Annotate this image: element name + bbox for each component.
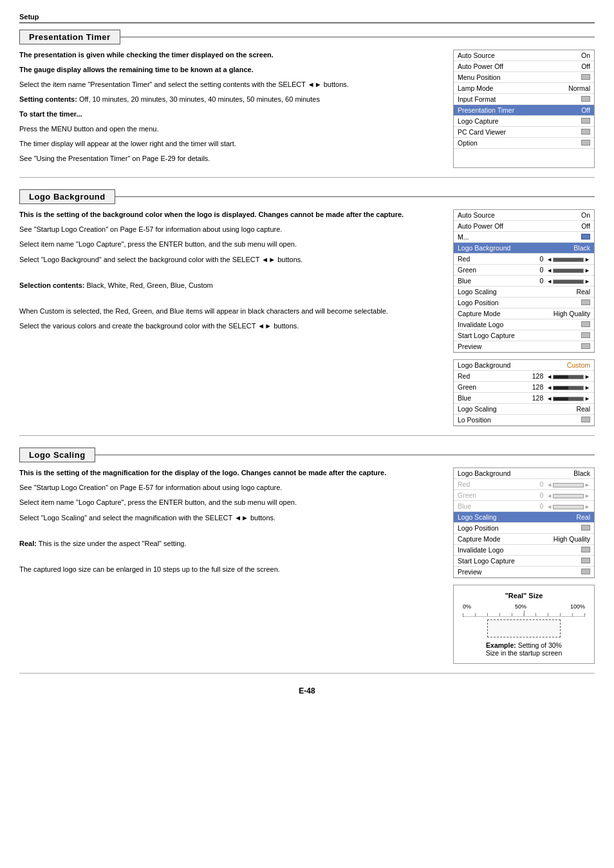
diagram-title: "Real" Size — [463, 592, 585, 599]
lb-para5: When Custom is selected, the Red, Green,… — [19, 306, 442, 317]
menu-row-value: Black — [528, 243, 594, 254]
section-title-bar-1: Presentation Timer — [19, 30, 595, 44]
menu-row-value — [550, 127, 594, 138]
diagram-caption-bold: Example: — [486, 641, 516, 649]
lb-para3: Select item name "Logo Capture", press t… — [19, 239, 442, 250]
menu-row-label: Lo Position — [454, 415, 521, 426]
menu-row-value: 0 ◄► — [528, 265, 594, 276]
ruler-label-50: 50% — [515, 603, 526, 610]
ruler-labels: 0% 50% 100% — [463, 603, 585, 610]
logo-scaling-title: Logo Scaling — [19, 448, 95, 462]
menu-row-value — [528, 567, 594, 578]
menu-row-value: Real — [528, 287, 594, 297]
menu-row-value: On — [550, 50, 594, 61]
logo-scaling-content: This is the setting of the magnification… — [19, 467, 595, 664]
pt-setting-value: Off, 10 minutes, 20 minutes, 30 minutes,… — [79, 95, 320, 103]
menu-row-label: Blue — [454, 276, 528, 287]
diagram-caption2: Size in the startup screen — [486, 649, 562, 657]
logo-background-section: Logo Background This is the setting of t… — [19, 189, 595, 436]
lb-para6: Select the various colors and create the… — [19, 321, 442, 332]
page-number: E-48 — [299, 686, 315, 695]
menu-row-label: Menu Position — [454, 72, 550, 83]
menu-row-label: Auto Power Off — [454, 61, 550, 72]
section-title-line-2 — [115, 196, 595, 197]
ls-para5: The captured logo size can be enlarged i… — [19, 564, 442, 575]
diagram-caption: Example: Setting of 30% Size in the star… — [463, 641, 585, 657]
menu-row-label: Invalidate Logo — [454, 319, 528, 330]
ruler-label-100: 100% — [570, 603, 585, 610]
menu-row-value: On — [528, 210, 594, 221]
menu-row-value — [528, 319, 594, 330]
section-title-bar-3: Logo Scaling — [19, 448, 595, 462]
lb-para4: Select "Logo Background" and select the … — [19, 254, 442, 265]
logo-background-title: Logo Background — [19, 189, 115, 204]
pt-para3: Select the item name "Presentation Timer… — [19, 79, 442, 90]
menu-row-label: Logo Background — [454, 243, 528, 254]
section-title-bar-2: Logo Background — [19, 189, 595, 204]
lb-sel-value: Black, White, Red, Green, Blue, Custom — [87, 281, 213, 289]
ls-real-desc: This is the size under the aspect "Real"… — [39, 540, 187, 547]
ls-para3: Select item name "Logo Capture", press t… — [19, 497, 442, 508]
menu-row-value: Real — [528, 512, 594, 523]
menu-row-value — [521, 415, 594, 426]
menu-row-value: Normal — [550, 83, 594, 94]
menu-row-label: Blue — [454, 393, 521, 404]
menu-row-value — [528, 232, 594, 243]
menu-row-label: Logo Position — [454, 297, 528, 308]
logo-background-menus: Auto SourceOnAuto Power OffOffM...Logo B… — [453, 209, 595, 426]
menu-row-label: Presentation Timer — [454, 105, 550, 116]
menu-row-value: 128 ◄► — [521, 371, 594, 382]
real-size-box — [487, 619, 561, 637]
page-footer: E-48 — [19, 686, 595, 695]
menu-row-value: 0 ◄► — [528, 276, 594, 287]
menu-row-label: Red — [454, 479, 528, 490]
menu-row-label: Green — [454, 382, 521, 393]
ruler-area: 0% 50% 100% | | | | | — [463, 603, 585, 637]
presentation-timer-text: The presentation is given while checking… — [19, 50, 442, 168]
menu-row-label: Logo Scaling — [454, 404, 521, 415]
menu-row-label: Logo Scaling — [454, 287, 528, 297]
pt-step2: The timer display will appear at the low… — [19, 138, 442, 149]
pt-to-start: To start the timer... — [19, 110, 82, 118]
pt-setting-label: Setting contents: — [19, 95, 77, 103]
menu-row-label: Logo Capture — [454, 116, 550, 127]
presentation-timer-title: Presentation Timer — [19, 30, 120, 44]
menu-row-value — [528, 297, 594, 308]
logo-background-menu2: Logo BackgroundCustomRed128 ◄►Green128 ◄… — [453, 359, 595, 426]
logo-scaling-menu: Logo BackgroundBlackRed0 ◄►Green0 ◄►Blue… — [453, 467, 595, 578]
menu-row-value: 128 ◄► — [521, 393, 594, 404]
menu-row-label: Start Logo Capture — [454, 330, 528, 341]
menu-row-value: Black — [528, 468, 594, 479]
menu-row-value: Off — [550, 105, 594, 116]
ls-real-label: Real: — [19, 540, 37, 547]
setup-header: Setup — [19, 13, 595, 23]
menu-row-value: 0 ◄► — [528, 479, 594, 490]
logo-background-text: This is the setting of the background co… — [19, 209, 442, 426]
menu-row-value — [550, 72, 594, 83]
menu-row-value: 128 ◄► — [521, 382, 594, 393]
pt-para1: The presentation is given while checking… — [19, 51, 274, 59]
menu-row-label: Input Format — [454, 94, 550, 105]
presentation-timer-content: The presentation is given while checking… — [19, 50, 595, 168]
menu-row-label: Lamp Mode — [454, 83, 550, 94]
ruler-label-0: 0% — [463, 603, 471, 610]
menu-row-label: Start Logo Capture — [454, 556, 528, 567]
logo-scaling-text: This is the setting of the magnification… — [19, 467, 442, 664]
logo-scaling-section: Logo Scaling This is the setting of the … — [19, 448, 595, 674]
diagram-caption-text: Setting of 30% — [516, 641, 562, 649]
menu-row-label: Logo Background — [454, 468, 528, 479]
pt-step3: See "Using the Presentation Timer" on Pa… — [19, 153, 442, 164]
menu-row-value — [528, 545, 594, 556]
menu-row-value: Off — [528, 221, 594, 232]
menu-row-value — [550, 94, 594, 105]
menu-row-label: Capture Mode — [454, 534, 528, 545]
lb-sel-label: Selection contents: — [19, 281, 84, 289]
menu-row-value: High Quality — [528, 534, 594, 545]
real-size-diagram: "Real" Size 0% 50% 100% | | — [453, 585, 595, 664]
menu-row-value — [550, 116, 594, 127]
menu-row-value: Real — [521, 404, 594, 415]
logo-background-menu1: Auto SourceOnAuto Power OffOffM...Logo B… — [453, 209, 595, 353]
presentation-timer-section: Presentation Timer The presentation is g… — [19, 30, 595, 178]
menu-row-label: Auto Source — [454, 50, 550, 61]
menu-row-value — [528, 330, 594, 341]
